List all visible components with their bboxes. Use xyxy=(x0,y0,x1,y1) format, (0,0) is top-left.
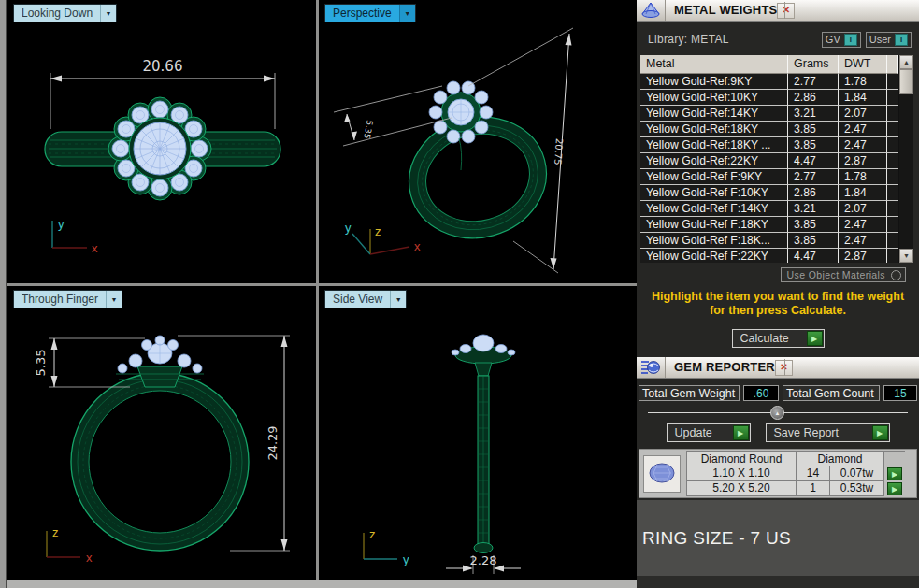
axis-z-label: z xyxy=(369,527,376,541)
scrollbar-thumb[interactable] xyxy=(899,69,913,94)
use-object-materials-button[interactable]: Use Object Materials xyxy=(781,267,906,282)
chevron-down-icon[interactable]: ▼ xyxy=(106,291,122,308)
gem-table: Diamond Round Diamond 1.10 X 1.10140.07t… xyxy=(686,451,905,496)
column-header-filler xyxy=(887,55,898,74)
run-arrow-icon[interactable]: ▶ xyxy=(872,425,888,440)
close-icon[interactable]: ✕ xyxy=(777,3,795,19)
calculate-instruction: Highlight the item you want to find the … xyxy=(637,290,919,318)
save-report-button[interactable]: Save Report ▶ xyxy=(766,423,890,442)
table-row[interactable]: Yellow Gold-Ref F:10KY2.861.84 xyxy=(640,185,899,201)
metal-table-header: Metal Grams DWT xyxy=(640,55,899,74)
gv-indicator-icon[interactable]: I xyxy=(844,34,857,46)
library-row: Library: METAL GV I User I xyxy=(648,31,912,48)
gem-reporter-icon xyxy=(637,357,666,378)
gem-report-box: Diamond Round Diamond 1.10 X 1.10140.07t… xyxy=(639,449,917,498)
scroll-down-icon[interactable]: ▼ xyxy=(899,249,913,263)
run-arrow-icon[interactable]: ▶ xyxy=(807,331,823,346)
viewport-label-side-view[interactable]: Side View ▼ xyxy=(324,290,407,308)
axis-y-label: y xyxy=(403,552,409,566)
panel-title: GEM REPORTER xyxy=(666,357,775,378)
viewport-label-perspective[interactable]: Perspective ▼ xyxy=(324,4,416,22)
viewport-label-looking-down[interactable]: Looking Down ▼ xyxy=(13,4,117,22)
gem-table-row[interactable]: 5.20 X 5.2010.53tw▶ xyxy=(686,481,905,496)
calculate-button[interactable]: Calculate ▶ xyxy=(732,329,825,348)
table-row[interactable]: Yellow Gold-Ref F:9KY2.771.78 xyxy=(640,169,899,185)
total-gem-count-value: 15 xyxy=(883,385,917,401)
ring-size-text: RING SIZE - 7 US xyxy=(637,500,919,576)
user-toggle[interactable]: User I xyxy=(866,32,912,48)
table-row[interactable]: Yellow Gold-Ref:14KY3.212.07 xyxy=(640,106,899,122)
gem-table-row[interactable]: 1.10 X 1.10140.07tw▶ xyxy=(686,466,905,481)
column-header-metal[interactable]: Metal xyxy=(640,55,788,74)
slider-handle-icon[interactable]: ▲ xyxy=(770,406,784,420)
chevron-down-icon[interactable]: ▼ xyxy=(100,5,116,22)
user-indicator-icon[interactable]: I xyxy=(895,34,908,46)
chevron-down-icon[interactable]: ▼ xyxy=(399,5,415,22)
gem-col-shape: Diamond Round xyxy=(686,451,797,466)
dimension-width: 20.66 xyxy=(143,58,183,75)
table-row[interactable]: Yellow Gold-Ref F:18KY3.852.47 xyxy=(640,217,899,233)
row-arrow-icon[interactable]: ▶ xyxy=(887,482,902,495)
metal-table-scrollbar[interactable]: ▲ ▼ xyxy=(899,55,913,263)
metal-weights-cone-icon xyxy=(637,0,666,21)
viewport-title: Looking Down xyxy=(14,5,100,22)
ring-front-view-drawing: 5.35 24.29 z x xyxy=(7,286,316,580)
gem-totals-row: Total Gem Weight .60 Total Gem Count 15 xyxy=(639,385,917,401)
viewport-looking-down[interactable]: Looking Down ▼ 20.66 xyxy=(7,0,316,283)
table-row[interactable]: Yellow Gold-Ref:18KY3.852.47 xyxy=(640,122,899,137)
window-left-edge xyxy=(0,0,7,588)
axis-y-label: y xyxy=(58,217,65,231)
axis-x-label: x xyxy=(92,241,98,255)
window-bottom-edge xyxy=(7,580,637,588)
gem-reporter-header: GEM REPORTER ✕ xyxy=(637,357,919,379)
dimension-shank-width: 2.28 xyxy=(470,553,497,567)
metal-table-body: Yellow Gold-Ref:9KY2.771.78Yellow Gold-R… xyxy=(640,74,899,263)
ring-top-view-drawing: 20.66 xyxy=(7,0,316,283)
viewport-side-view[interactable]: Side View ▼ xyxy=(319,286,637,580)
radio-circle-icon[interactable] xyxy=(891,270,901,280)
table-row[interactable]: Yellow Gold-Ref F:22KY4.472.87 xyxy=(640,249,899,263)
table-row[interactable]: Yellow Gold-Ref:22KY4.472.87 xyxy=(640,153,899,169)
viewport-perspective[interactable]: Perspective ▼ xyxy=(319,0,637,283)
axis-z-label: z xyxy=(52,525,59,539)
axis-y-label: y xyxy=(345,221,352,235)
library-label: Library: METAL xyxy=(648,33,729,46)
dimension-head: 5.35 xyxy=(362,120,374,139)
metal-weights-table: Metal Grams DWT Yellow Gold-Ref:9KY2.771… xyxy=(640,55,913,263)
row-arrow-icon[interactable]: ▶ xyxy=(887,467,902,480)
scroll-up-icon[interactable]: ▲ xyxy=(899,55,913,69)
axis-x-label: x xyxy=(86,551,93,565)
column-header-grams[interactable]: Grams xyxy=(788,55,839,74)
ring-perspective-drawing: 20.75 5.35 y z x xyxy=(319,0,637,283)
chevron-down-icon[interactable]: ▼ xyxy=(390,291,406,308)
dimension-total-height: 24.29 xyxy=(266,425,280,460)
metal-weights-header: METAL WEIGHTS ✕ xyxy=(637,0,919,22)
viewport-title: Through Finger xyxy=(14,291,106,308)
table-row[interactable]: Yellow Gold-Ref F:18K...3.852.47 xyxy=(640,233,899,249)
axis-x-label: x xyxy=(414,239,421,253)
viewport-label-through-finger[interactable]: Through Finger ▼ xyxy=(13,290,122,308)
ring-side-view-drawing: 2.28 z y xyxy=(319,286,637,580)
viewport-title: Side View xyxy=(325,291,390,308)
header-divider xyxy=(784,359,785,376)
dimension-head-height: 5.35 xyxy=(34,350,48,377)
gem-thumbnail-icon xyxy=(643,455,681,493)
gem-col-type: Diamond xyxy=(797,451,884,466)
gv-toggle[interactable]: GV I xyxy=(822,32,861,48)
gem-table-header: Diamond Round Diamond xyxy=(686,451,905,466)
total-gem-count-label: Total Gem Count xyxy=(783,385,880,401)
panel-bottom-edge xyxy=(637,576,919,588)
right-panel: METAL WEIGHTS ✕ Library: METAL GV I User… xyxy=(637,0,919,588)
viewport-through-finger[interactable]: Through Finger ▼ xyxy=(7,286,316,580)
table-row[interactable]: Yellow Gold-Ref:9KY2.771.78 xyxy=(640,74,899,90)
table-row[interactable]: Yellow Gold-Ref:10KY2.861.84 xyxy=(640,90,899,106)
table-row[interactable]: Yellow Gold-Ref:18KY ...3.852.47 xyxy=(640,137,899,153)
axis-z-label: z xyxy=(375,224,381,238)
run-arrow-icon[interactable]: ▶ xyxy=(733,425,749,440)
viewport-title: Perspective xyxy=(325,5,399,22)
table-row[interactable]: Yellow Gold-Ref F:14KY3.212.07 xyxy=(640,201,899,217)
total-gem-weight-value: .60 xyxy=(743,385,779,401)
total-gem-weight-label: Total Gem Weight xyxy=(639,385,740,401)
update-button[interactable]: Update ▶ xyxy=(667,423,751,442)
column-header-dwt[interactable]: DWT xyxy=(839,55,887,74)
